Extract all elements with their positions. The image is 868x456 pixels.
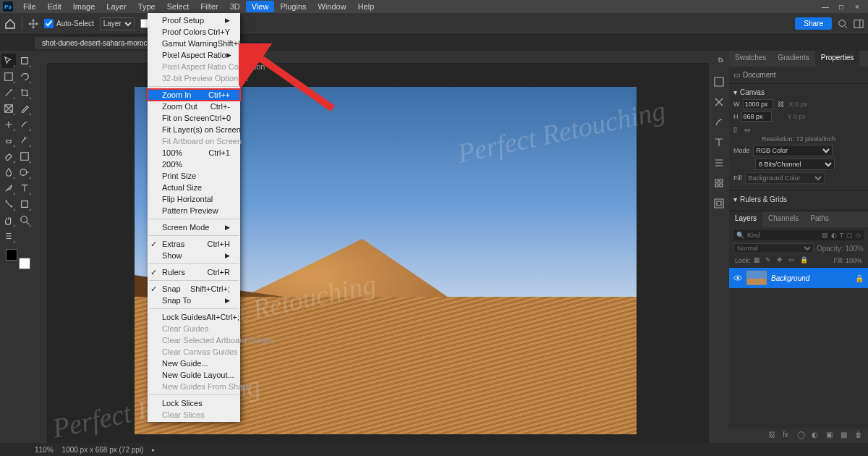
tab-paths[interactable]: Paths bbox=[804, 211, 835, 227]
menu-item-new-guide-[interactable]: New Guide... bbox=[148, 358, 240, 369]
menu-item-snap[interactable]: ✓SnapShift+Ctrl+; bbox=[148, 283, 240, 295]
menu-item-rulers[interactable]: ✓RulersCtrl+R bbox=[148, 266, 240, 278]
hand-tool[interactable] bbox=[1, 213, 16, 227]
menu-item-snap-to[interactable]: Snap To▶ bbox=[148, 295, 240, 306]
brush-tool[interactable] bbox=[17, 117, 32, 132]
eraser-tool[interactable] bbox=[1, 149, 16, 164]
lock-all-icon[interactable]: 🔒 bbox=[800, 256, 809, 265]
menu-item-screen-mode[interactable]: Screen Mode▶ bbox=[148, 221, 240, 233]
actions-icon[interactable] bbox=[712, 96, 726, 109]
layer-background[interactable]: Background 🔒 bbox=[729, 268, 868, 288]
home-button[interactable] bbox=[4, 18, 16, 30]
history-icon[interactable] bbox=[712, 55, 726, 68]
layer-filter[interactable]: 🔍Kind ▧ ◐ T ▢ ◇ bbox=[733, 230, 864, 240]
filter-shape-icon[interactable]: ▢ bbox=[846, 232, 853, 239]
bit-depth-dropdown[interactable]: 8 Bits/Channel bbox=[755, 159, 835, 170]
menu-item-zoom-in[interactable]: Zoom InCtrl++ bbox=[148, 89, 240, 101]
color-mode-dropdown[interactable]: RGB Color bbox=[753, 145, 833, 156]
menu-item-proof-setup[interactable]: Proof Setup▶ bbox=[148, 14, 240, 26]
menu-item-lock-guides[interactable]: Lock GuidesAlt+Ctrl+; bbox=[148, 311, 240, 323]
new-layer-icon[interactable]: ▦ bbox=[841, 431, 851, 441]
menu-item-200-[interactable]: 200% bbox=[148, 159, 240, 170]
menu-item-new-guide-layout-[interactable]: New Guide Layout... bbox=[148, 369, 240, 381]
menu-help[interactable]: Help bbox=[352, 1, 380, 12]
link-layers-icon[interactable]: ⛓ bbox=[768, 431, 778, 441]
fill-dropdown[interactable]: Background Color bbox=[745, 172, 825, 184]
delete-layer-icon[interactable]: 🗑 bbox=[855, 431, 865, 441]
stamp-tool[interactable] bbox=[1, 133, 16, 148]
close-window-button[interactable]: × bbox=[849, 3, 865, 11]
menu-window[interactable]: Window bbox=[312, 1, 352, 12]
path-tool[interactable] bbox=[1, 197, 16, 211]
menu-item-actual-size[interactable]: Actual Size bbox=[148, 182, 240, 193]
blend-mode-dropdown[interactable]: Normal bbox=[733, 243, 814, 253]
auto-select-checkbox[interactable]: Auto-Select bbox=[44, 19, 94, 28]
history-brush-tool[interactable] bbox=[17, 133, 32, 148]
menu-select[interactable]: Select bbox=[161, 1, 195, 12]
edit-toolbar[interactable] bbox=[1, 229, 16, 243]
menu-item-fit-layer-s-on-screen[interactable]: Fit Layer(s) on Screen bbox=[148, 124, 240, 135]
mask-icon[interactable]: ◯ bbox=[797, 431, 807, 441]
menu-item-fit-on-screen[interactable]: Fit on ScreenCtrl+0 bbox=[148, 112, 240, 124]
menu-item-lock-slices[interactable]: Lock Slices bbox=[148, 397, 240, 409]
paragraph-icon[interactable] bbox=[712, 156, 726, 169]
lock-artboard-icon[interactable]: ▭ bbox=[788, 256, 797, 265]
group-icon[interactable]: ▣ bbox=[826, 431, 836, 441]
menu-item-pattern-preview[interactable]: Pattern Preview bbox=[148, 205, 240, 216]
lock-pixels-icon[interactable]: ✎ bbox=[765, 256, 774, 265]
frame-tool[interactable] bbox=[1, 101, 16, 116]
type-tool[interactable] bbox=[17, 181, 32, 195]
gradient-tool[interactable] bbox=[17, 149, 32, 164]
marquee-tool[interactable] bbox=[1, 69, 16, 84]
menu-plugins[interactable]: Plugins bbox=[274, 1, 312, 12]
filter-adj-icon[interactable]: ◐ bbox=[831, 232, 837, 239]
color-icon[interactable] bbox=[712, 75, 726, 88]
artboard-tool[interactable] bbox=[17, 54, 32, 68]
menu-view[interactable]: View bbox=[246, 1, 275, 12]
filter-type-icon[interactable]: T bbox=[840, 232, 844, 239]
vertical-ruler[interactable] bbox=[35, 64, 48, 443]
filter-pixel-icon[interactable]: ▧ bbox=[822, 232, 828, 239]
menu-item-gamut-warning[interactable]: Gamut WarningShift+Ctrl+Y bbox=[148, 38, 240, 49]
canvas-section-header[interactable]: Canvas bbox=[740, 88, 765, 96]
landscape-icon[interactable]: ▭ bbox=[744, 126, 751, 133]
blur-tool[interactable] bbox=[1, 165, 16, 180]
menu-item-proof-colors[interactable]: Proof ColorsCtrl+Y bbox=[148, 26, 240, 38]
pen-tool[interactable] bbox=[1, 181, 16, 195]
search-icon[interactable] bbox=[838, 19, 848, 29]
tab-properties[interactable]: Properties bbox=[815, 51, 860, 67]
minimize-button[interactable]: — bbox=[817, 3, 833, 11]
menu-item-show[interactable]: Show▶ bbox=[148, 250, 240, 261]
lock-position-icon[interactable]: ✥ bbox=[777, 256, 786, 265]
tab-layers[interactable]: Layers bbox=[729, 211, 762, 227]
visibility-icon[interactable] bbox=[733, 274, 742, 282]
lasso-tool[interactable] bbox=[17, 69, 32, 84]
brushes-icon[interactable] bbox=[712, 116, 726, 129]
dodge-tool[interactable] bbox=[17, 165, 32, 180]
menu-edit[interactable]: Edit bbox=[42, 1, 67, 12]
menu-item-zoom-out[interactable]: Zoom OutCtrl+- bbox=[148, 101, 240, 112]
workspace-icon[interactable] bbox=[854, 19, 864, 29]
width-input[interactable] bbox=[743, 99, 773, 109]
shape-tool[interactable] bbox=[17, 197, 32, 211]
move-tool[interactable] bbox=[1, 54, 16, 68]
menu-item-extras[interactable]: ✓ExtrasCtrl+H bbox=[148, 238, 240, 250]
menu-file[interactable]: File bbox=[17, 1, 42, 12]
menu-image[interactable]: Image bbox=[67, 1, 101, 12]
menu-item-flip-horizontal[interactable]: Flip Horizontal bbox=[148, 193, 240, 205]
eyedropper-tool[interactable] bbox=[17, 101, 32, 116]
text-icon[interactable] bbox=[712, 136, 726, 149]
styles-icon[interactable] bbox=[712, 197, 726, 210]
maximize-button[interactable]: □ bbox=[833, 3, 849, 11]
menu-layer[interactable]: Layer bbox=[101, 1, 132, 12]
magic-wand-tool[interactable] bbox=[1, 85, 16, 100]
rulers-grids-header[interactable]: Rulers & Grids bbox=[740, 195, 787, 203]
document-info[interactable]: 1000 px x 668 px (72 ppi) bbox=[62, 446, 144, 454]
lock-transparent-icon[interactable]: ▦ bbox=[754, 256, 762, 265]
tab-channels[interactable]: Channels bbox=[762, 211, 804, 227]
menu-item-pixel-aspect-ratio[interactable]: Pixel Aspect Ratio▶ bbox=[148, 49, 240, 61]
tab-gradients[interactable]: Gradients bbox=[772, 51, 814, 67]
menu-item-100-[interactable]: 100%Ctrl+1 bbox=[148, 147, 240, 159]
foreground-background-colors[interactable] bbox=[4, 249, 33, 271]
zoom-tool[interactable] bbox=[17, 213, 32, 227]
